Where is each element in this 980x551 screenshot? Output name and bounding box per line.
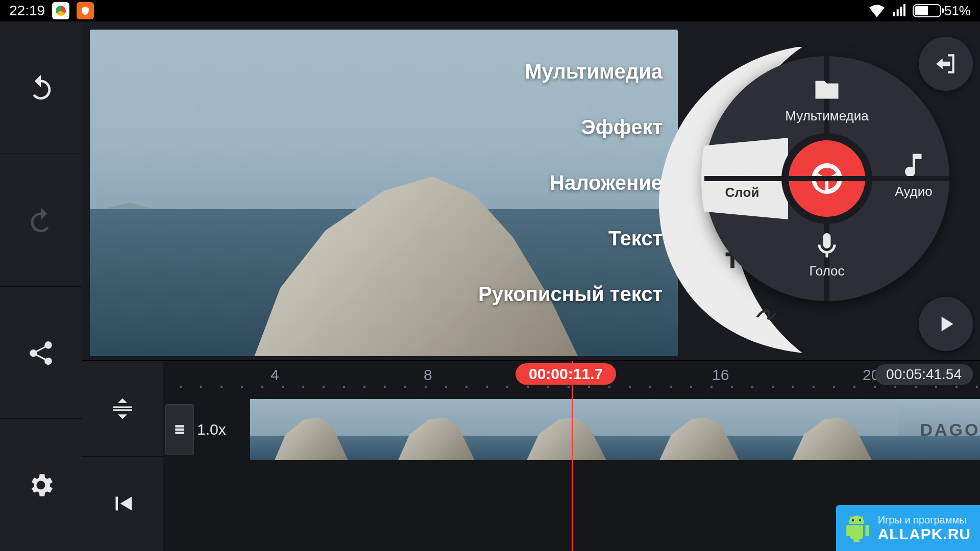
- watermark-line1: Игры и программы: [878, 514, 971, 525]
- timeline-clip[interactable]: [633, 399, 766, 460]
- android-icon: [842, 514, 871, 542]
- redo-button[interactable]: [0, 154, 82, 287]
- timeline-clip[interactable]: [500, 399, 633, 460]
- video-track[interactable]: 1.0x DAGOBA: [163, 399, 194, 460]
- playhead[interactable]: [572, 361, 573, 551]
- cell-signal-icon: [891, 3, 908, 19]
- wheel-panel: Мультимедиа Слой Аудио Голос: [678, 21, 980, 360]
- timeline-clip[interactable]: [250, 399, 373, 460]
- dial-multimedia-button[interactable]: Мультимедиа: [781, 108, 873, 124]
- timeline-left-tools: [82, 361, 163, 551]
- label-overlay: Наложение: [478, 171, 663, 194]
- video-preview[interactable]: Мультимедиа Эффект Наложение Текст Рукоп…: [90, 30, 678, 356]
- label-effect: Эффект: [478, 116, 663, 139]
- label-text: Текст: [478, 227, 663, 250]
- clip-speed-value: 1.0x: [197, 421, 226, 438]
- folder-media-icon: [812, 74, 842, 105]
- timeline-clip[interactable]: DAGOBA: [898, 399, 980, 460]
- playhead-time: 00:00:11.7: [516, 363, 616, 385]
- android-status-bar: 22:19 51%: [0, 0, 980, 21]
- battery-indicator: 51%: [913, 3, 971, 19]
- timeline-clip[interactable]: [766, 399, 898, 460]
- ruler-tick: 16: [712, 366, 729, 384]
- record-button[interactable]: [789, 140, 865, 217]
- watermark-line2: ALLAPK.RU: [878, 525, 971, 542]
- dial-segment-layer-bg: [701, 138, 788, 219]
- ruler-tick: 8: [424, 366, 432, 384]
- workspace: Мультимедиа Эффект Наложение Текст Рукоп…: [82, 21, 980, 551]
- exit-button[interactable]: [919, 37, 973, 91]
- svg-point-0: [852, 519, 854, 521]
- timeline[interactable]: 4 8 16 20 00:00:11.7 00:05:41.54 1.0x: [163, 361, 980, 551]
- ruler-tick: 4: [271, 366, 279, 384]
- expand-tracks-button[interactable]: [82, 361, 163, 457]
- total-duration: 00:05:41.54: [875, 364, 973, 385]
- dial-layer-button[interactable]: Слой: [696, 185, 788, 201]
- watermark: Игры и программы ALLAPK.RU: [836, 505, 980, 551]
- svg-point-1: [859, 519, 861, 521]
- play-button[interactable]: [919, 297, 973, 351]
- action-dial: Мультимедиа Слой Аудио Голос: [704, 56, 949, 301]
- prev-clip-button[interactable]: [82, 457, 163, 552]
- clock: 22:19: [9, 3, 45, 19]
- layers-icon: [727, 151, 757, 182]
- settings-button[interactable]: [0, 419, 82, 551]
- video-editor-app: Мультимедиа Эффект Наложение Текст Рукоп…: [0, 21, 980, 551]
- dial-audio-button[interactable]: Аудио: [868, 184, 960, 199]
- clip-speed-indicator[interactable]: [165, 404, 194, 455]
- music-note-icon: [897, 150, 928, 181]
- label-multimedia: Мультимедиа: [478, 60, 663, 83]
- chrome-icon: [52, 2, 69, 19]
- wifi-icon: [868, 2, 886, 20]
- timeline-clip[interactable]: [373, 399, 500, 460]
- battery-percent: 51%: [944, 3, 971, 19]
- layer-type-labels: Мультимедиа Эффект Наложение Текст Рукоп…: [478, 60, 663, 306]
- dial-voice-button[interactable]: Голос: [781, 263, 873, 279]
- undo-button[interactable]: [0, 21, 82, 154]
- app-icon-orange: [77, 2, 94, 19]
- timeline-panel: 4 8 16 20 00:00:11.7 00:05:41.54 1.0x: [82, 360, 980, 551]
- label-handwriting: Рукописный текст: [478, 283, 663, 306]
- left-toolbar: [0, 21, 82, 551]
- share-button[interactable]: [0, 287, 82, 419]
- fan-handwriting-button[interactable]: [750, 296, 784, 330]
- microphone-icon: [812, 231, 842, 261]
